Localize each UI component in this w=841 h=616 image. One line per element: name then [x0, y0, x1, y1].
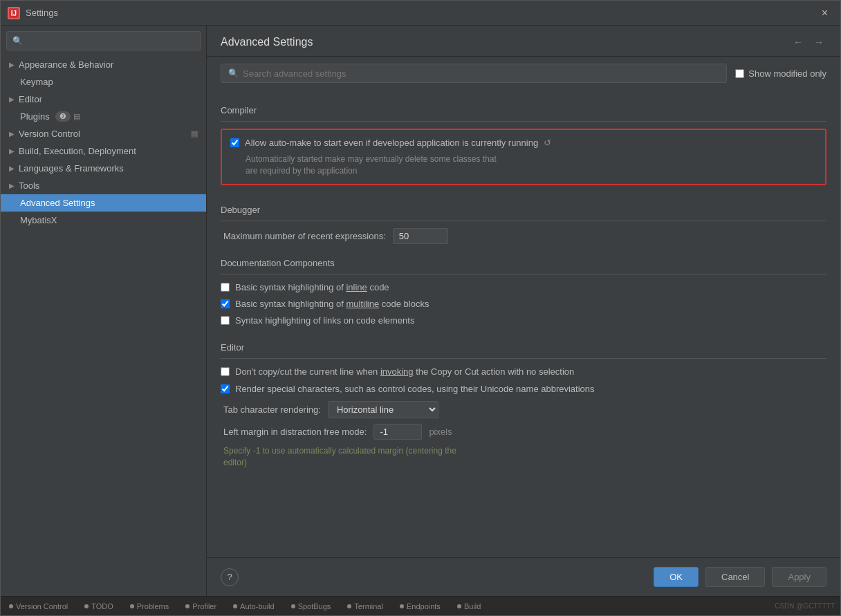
max-expressions-row: Maximum number of recent expressions:: [221, 228, 826, 244]
max-expressions-input[interactable]: [393, 228, 448, 244]
taskbar-label: Terminal: [354, 602, 383, 610]
taskbar-todo[interactable]: TODO: [82, 602, 116, 610]
help-button[interactable]: ?: [221, 568, 239, 586]
sidebar-item-label: Languages & Frameworks: [19, 163, 124, 174]
arrow-icon: ▶: [9, 130, 15, 138]
close-button[interactable]: ×: [816, 4, 833, 22]
left-margin-label: Left margin in distraction free mode:: [223, 427, 367, 437]
taskbar-dot: [185, 604, 190, 608]
editor-unicode-row: Render special characters, such as contr…: [221, 383, 826, 395]
editor-unicode-checkbox[interactable]: [221, 384, 230, 393]
title-bar: IJ Settings ×: [1, 1, 840, 26]
sidebar-item-languages[interactable]: ▶ Languages & Frameworks: [1, 160, 206, 177]
settings-content: Compiler Allow auto-make to start even i…: [207, 90, 840, 557]
plugins-badge: ❷: [55, 111, 71, 122]
taskbar: Version Control TODO Problems Profiler A…: [1, 596, 840, 615]
main-header: Advanced Settings ← →: [207, 26, 840, 57]
search-advanced-input[interactable]: [243, 68, 719, 79]
taskbar-profiler[interactable]: Profiler: [183, 602, 219, 610]
compiler-box: Allow auto-make to start even if develop…: [221, 129, 826, 185]
sidebar-item-keymap[interactable]: Keymap: [1, 73, 206, 91]
sidebar-search-input[interactable]: [27, 36, 194, 46]
show-modified-label[interactable]: Show modified only: [735, 68, 826, 79]
automake-label: Allow auto-make to start even if develop…: [245, 137, 551, 149]
doc-multiline-checkbox[interactable]: [221, 299, 230, 308]
max-expressions-label: Maximum number of recent expressions:: [223, 231, 386, 241]
automake-hint: Automatically started make may eventuall…: [246, 153, 817, 177]
apply-button[interactable]: Apply: [772, 567, 826, 587]
taskbar-version-control[interactable]: Version Control: [6, 602, 71, 610]
doc-inline-label: Basic syntax highlighting of inline code: [235, 281, 389, 294]
left-margin-input[interactable]: [373, 424, 422, 440]
margin-hint: Specify -1 to use automatically calculat…: [223, 445, 826, 469]
sidebar-item-label: Plugins: [20, 111, 50, 122]
cancel-button[interactable]: Cancel: [705, 567, 765, 587]
compiler-section-header: Compiler: [221, 97, 826, 122]
arrow-icon: ▶: [9, 182, 15, 189]
back-arrow[interactable]: ←: [791, 35, 806, 49]
sidebar-item-advanced-settings[interactable]: Advanced Settings: [1, 194, 206, 212]
ok-button[interactable]: OK: [654, 567, 699, 587]
show-modified-checkbox[interactable]: [735, 69, 744, 78]
sidebar-item-mybatisx[interactable]: MybatisX: [1, 212, 206, 229]
taskbar-dot: [291, 604, 295, 608]
app-icon: IJ: [8, 7, 20, 19]
taskbar-terminal[interactable]: Terminal: [344, 602, 386, 610]
doc-links-label: Syntax highlighting of links on code ele…: [235, 315, 414, 327]
taskbar-spotbugs[interactable]: SpotBugs: [288, 602, 334, 610]
taskbar-label: Auto-build: [240, 602, 275, 610]
sidebar-item-tools[interactable]: ▶ Tools: [1, 177, 206, 194]
sidebar-item-label: Build, Execution, Deployment: [19, 146, 136, 156]
sidebar-search-box[interactable]: 🔍: [6, 31, 201, 50]
window-title: Settings: [26, 8, 816, 18]
taskbar-problems[interactable]: Problems: [127, 602, 172, 610]
sidebar-item-build[interactable]: ▶ Build, Execution, Deployment: [1, 142, 206, 160]
vcs-icon: ▤: [191, 129, 198, 138]
search-advanced-box[interactable]: 🔍: [221, 64, 727, 83]
editor-nocopy-checkbox[interactable]: [221, 367, 230, 376]
main-panel: Advanced Settings ← → 🔍 Show modified on…: [207, 26, 840, 596]
nav-arrows: ← →: [791, 35, 826, 49]
doc-multiline-row: Basic syntax highlighting of multiline c…: [221, 298, 826, 310]
sidebar-item-label: Tools: [19, 180, 39, 191]
taskbar-dot: [400, 604, 404, 608]
reset-icon[interactable]: ↺: [544, 138, 551, 148]
show-modified-text: Show modified only: [748, 68, 826, 79]
forward-arrow[interactable]: →: [811, 35, 826, 49]
doc-links-row: Syntax highlighting of links on code ele…: [221, 315, 826, 327]
sidebar-item-appearance[interactable]: ▶ Appearance & Behavior: [1, 56, 206, 73]
sidebar-item-label: Appearance & Behavior: [19, 59, 113, 70]
svg-text:IJ: IJ: [11, 10, 17, 17]
taskbar-label: SpotBugs: [298, 602, 331, 610]
arrow-icon: ▶: [9, 147, 15, 155]
sidebar-item-label: MybatisX: [20, 215, 57, 225]
sidebar: 🔍 ▶ Appearance & Behavior Keymap ▶ Edito…: [1, 26, 207, 596]
sidebar-item-editor[interactable]: ▶ Editor: [1, 91, 206, 108]
watermark: CSDN @GCTTTTT: [775, 602, 835, 610]
editor-section-header: Editor: [221, 334, 826, 359]
editor-nocopy-row: Don't copy/cut the current line when inv…: [221, 366, 826, 378]
sidebar-search-icon: 🔍: [12, 36, 23, 46]
sidebar-item-plugins[interactable]: Plugins ❷ ▤: [1, 108, 206, 125]
taskbar-label: TODO: [91, 602, 113, 610]
doc-links-checkbox[interactable]: [221, 316, 230, 325]
arrow-icon: ▶: [9, 61, 15, 68]
tab-rendering-select[interactable]: Horizontal line Arrow None: [328, 401, 438, 418]
taskbar-endpoints[interactable]: Endpoints: [397, 602, 443, 610]
pixels-label: pixels: [429, 427, 452, 437]
plugins-icon: ▤: [73, 112, 80, 121]
taskbar-build[interactable]: Build: [454, 602, 483, 610]
doc-inline-checkbox[interactable]: [221, 283, 230, 292]
taskbar-label: Build: [464, 602, 481, 610]
editor-nocopy-label: Don't copy/cut the current line when inv…: [235, 366, 574, 378]
sidebar-item-label: Keymap: [20, 77, 53, 87]
bottom-bar: ? OK Cancel Apply: [207, 557, 840, 596]
taskbar-dot: [347, 604, 351, 608]
taskbar-dot: [84, 604, 89, 608]
automake-checkbox[interactable]: [230, 138, 239, 147]
action-buttons: OK Cancel Apply: [654, 567, 826, 587]
sidebar-item-version-control[interactable]: ▶ Version Control ▤: [1, 125, 206, 142]
tab-rendering-row: Tab character rendering: Horizontal line…: [221, 401, 826, 418]
taskbar-label: Endpoints: [407, 602, 441, 610]
taskbar-auto-build[interactable]: Auto-build: [230, 602, 277, 610]
